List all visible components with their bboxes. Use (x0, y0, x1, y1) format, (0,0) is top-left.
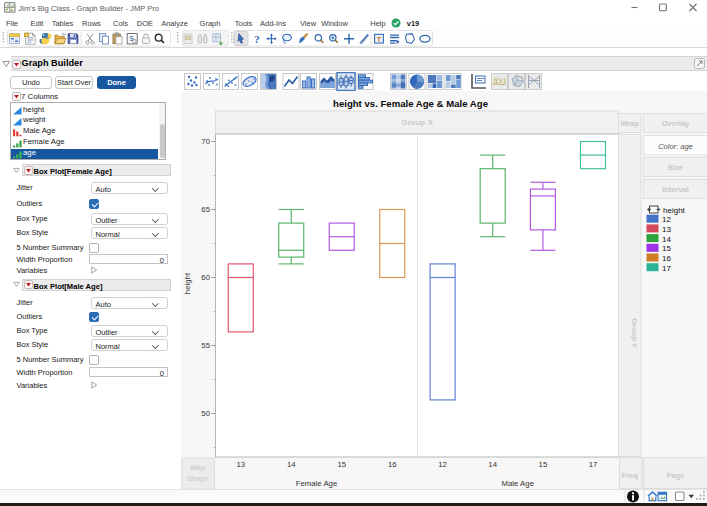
svg-text:12: 12 (438, 460, 447, 469)
svg-text:17: 17 (589, 460, 598, 469)
svg-text:Group Y: Group Y (630, 318, 639, 347)
svg-text:16: 16 (662, 254, 671, 263)
svg-text:Overlay: Overlay (662, 119, 690, 128)
svg-text:S: S (129, 35, 134, 42)
svg-text:Wrap: Wrap (620, 119, 639, 128)
svg-text:16: 16 (388, 460, 397, 469)
svg-text:Female Age: Female Age (296, 479, 338, 488)
svg-text:15: 15 (337, 460, 346, 469)
svg-text:Group X: Group X (401, 118, 433, 127)
svg-text:Map: Map (191, 463, 206, 472)
svg-text:50: 50 (201, 409, 210, 418)
svg-text:height: height (183, 272, 192, 294)
svg-text:height: height (663, 206, 686, 215)
svg-text:13: 13 (236, 460, 245, 469)
svg-text:12: 12 (662, 215, 671, 224)
svg-text:Color: age: Color: age (658, 142, 693, 151)
svg-text:65: 65 (201, 205, 210, 214)
svg-text:13: 13 (662, 225, 671, 234)
svg-text:Male Age: Male Age (501, 479, 534, 488)
svg-text:14: 14 (287, 460, 296, 469)
svg-text:Freq: Freq (622, 471, 639, 480)
svg-text:14: 14 (662, 235, 671, 244)
svg-text:55: 55 (201, 341, 210, 350)
svg-text:T: T (377, 35, 382, 44)
svg-text:Page: Page (667, 471, 685, 480)
svg-text:14: 14 (488, 460, 497, 469)
svg-text:15: 15 (662, 244, 671, 253)
svg-text:Interval: Interval (662, 185, 689, 194)
svg-text:15: 15 (539, 460, 548, 469)
svg-text:Size: Size (668, 163, 683, 172)
svg-text:70: 70 (201, 137, 210, 146)
svg-text:?: ? (254, 33, 260, 45)
svg-text:Shape: Shape (187, 474, 210, 483)
svg-text:60: 60 (201, 273, 210, 282)
svg-text:17: 17 (662, 264, 671, 273)
